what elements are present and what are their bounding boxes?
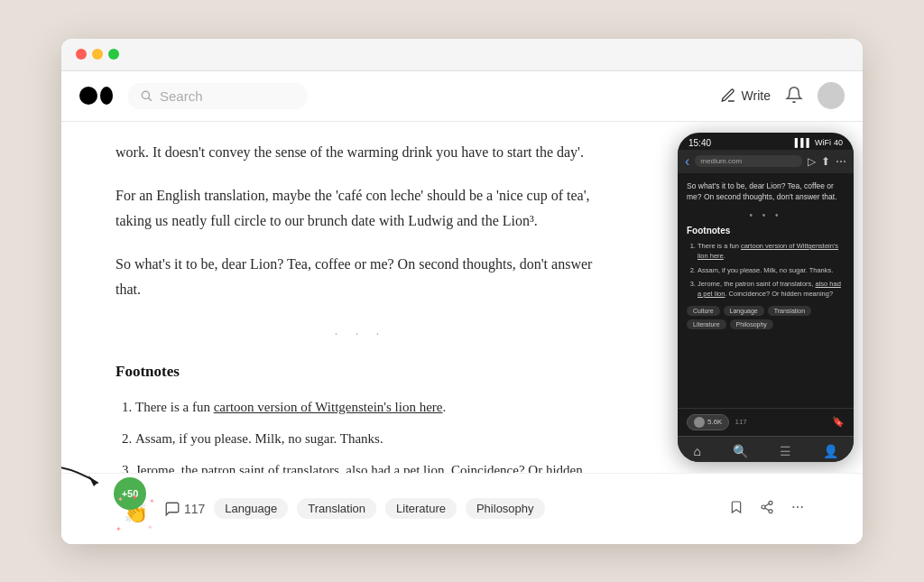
separator: . . . xyxy=(116,320,605,342)
tag-language[interactable]: Language xyxy=(214,498,288,519)
comment-icon xyxy=(164,501,180,517)
footnote-1-link[interactable]: cartoon version of Wittgenstein's lion h… xyxy=(214,400,443,414)
phone-comment-count: 117 xyxy=(735,418,746,426)
phone-clap-count-text: 5.6K xyxy=(707,418,722,426)
phone-paragraph: So what's it to be, dear Lion? Tea, coff… xyxy=(687,180,845,204)
write-button[interactable]: Write xyxy=(720,88,771,104)
notifications-button[interactable] xyxy=(785,86,803,106)
traffic-light-green[interactable] xyxy=(108,49,119,60)
phone-status-icons: ▌▌▌ WiFi 40 xyxy=(795,138,843,147)
phone-mockup: 15:40 ▌▌▌ WiFi 40 ‹ medium.com ▷ ⬆ ⋯ xyxy=(678,133,854,462)
bell-icon xyxy=(785,86,803,104)
article-paragraph-1: work. It doesn't convey the sense of the… xyxy=(116,140,605,165)
article-paragraph-2: For an English translation, maybe the 'c… xyxy=(116,183,605,234)
svg-point-0 xyxy=(142,91,149,98)
svg-point-8 xyxy=(792,506,794,508)
write-label: Write xyxy=(742,88,771,103)
phone-wifi-icon: WiFi xyxy=(815,138,831,147)
phone-footnote-3: Jerome, the patron saint of translators,… xyxy=(698,279,845,300)
browser-bar xyxy=(61,39,863,71)
phone-avatar-small xyxy=(694,417,705,428)
phone-nav-home-icon[interactable]: ⌂ xyxy=(693,444,700,458)
more-icon xyxy=(790,500,805,514)
phone-bottom-bar: 5.6K 117 🔖 xyxy=(678,408,854,436)
tag-translation[interactable]: Translation xyxy=(297,498,376,519)
phone-time: 15:40 xyxy=(688,138,711,148)
phone-tag-language[interactable]: Language xyxy=(724,306,764,316)
phone-browser-icons: ▷ ⬆ ⋯ xyxy=(808,155,846,168)
phone-battery-text: 40 xyxy=(834,138,843,147)
sp5: ✦ xyxy=(117,495,124,503)
avatar[interactable] xyxy=(818,82,845,109)
logo-oval xyxy=(100,87,113,105)
phone-more-icon[interactable]: ⋯ xyxy=(836,155,846,168)
svg-point-4 xyxy=(762,505,765,509)
phone-browser-bar: ‹ medium.com ▷ ⬆ ⋯ xyxy=(678,150,854,173)
clap-wrapper: +50 ✦ ✦ ✦ ✦ ✦ 👏 xyxy=(116,494,155,533)
bookmark-icon xyxy=(729,500,744,514)
phone-footnote-2: Assam, if you please. Milk, no sugar. Th… xyxy=(698,265,845,275)
phone-back-icon[interactable]: ‹ xyxy=(685,153,689,170)
phone-footnote-1-link[interactable]: cartoon version of Wittgenstein's lion h… xyxy=(698,242,838,260)
sp4: ✦ xyxy=(147,523,153,531)
article-paragraph-3: So what's it to be, dear Lion? Tea, coff… xyxy=(116,252,605,302)
traffic-light-yellow[interactable] xyxy=(92,49,103,60)
phone-nav-bookmark-icon[interactable]: ☰ xyxy=(780,444,791,458)
phone-tag-translation[interactable]: Translation xyxy=(768,306,811,316)
clap-count-badge: +50 xyxy=(114,477,146,510)
bookmark-button[interactable] xyxy=(725,496,747,522)
article-content: work. It doesn't convey the sense of the… xyxy=(61,122,678,473)
svg-line-7 xyxy=(765,503,770,506)
search-placeholder: Search xyxy=(160,88,203,104)
medium-logo[interactable] xyxy=(79,87,113,105)
phone-share-icon[interactable]: ⬆ xyxy=(821,155,830,168)
sp1: ✦ xyxy=(132,494,138,502)
tag-philosophy[interactable]: Philosophy xyxy=(466,498,545,519)
footnote-3: Jerome, the patron saint of translators,… xyxy=(135,459,605,473)
phone-footnote-1: There is a fun cartoon version of Wittge… xyxy=(698,241,845,262)
phone-footnote-list: There is a fun cartoon version of Wittge… xyxy=(687,241,845,299)
write-icon xyxy=(720,88,736,104)
phone-tag-philosophy[interactable]: Philosophy xyxy=(730,319,773,329)
phone-footnote-3-link[interactable]: also had a pet lion xyxy=(698,280,841,298)
header-right: Write xyxy=(720,82,845,109)
phone-tags: Culture Language Translation Literature … xyxy=(687,306,845,329)
phone-tag-culture[interactable]: Culture xyxy=(687,306,720,316)
tag-literature[interactable]: Literature xyxy=(385,498,457,519)
phone-tag-literature[interactable]: Literature xyxy=(687,319,726,329)
svg-point-10 xyxy=(801,506,803,508)
share-button[interactable] xyxy=(756,496,778,522)
search-bar[interactable]: Search xyxy=(127,83,308,109)
comment-count: 117 xyxy=(184,502,205,516)
more-button[interactable] xyxy=(787,496,808,522)
svg-point-3 xyxy=(769,501,772,504)
svg-marker-2 xyxy=(88,476,97,486)
svg-point-5 xyxy=(769,509,772,513)
phone-bookmark-icon[interactable]: 🔖 xyxy=(832,416,845,428)
phone-comment-count-val: 117 xyxy=(735,418,746,426)
footnote-1: There is a fun cartoon version of Wittge… xyxy=(135,396,605,419)
content-area: work. It doesn't convey the sense of the… xyxy=(61,122,863,473)
footnotes-title: Footnotes xyxy=(116,359,605,385)
phone-clap-count-chip[interactable]: 5.6K xyxy=(687,414,729,430)
phone-dots: • • • xyxy=(687,210,845,220)
traffic-light-red[interactable] xyxy=(76,49,87,60)
footnote-3-link[interactable]: also had a pet lion xyxy=(346,463,444,473)
footnote-list: There is a fun cartoon version of Wittge… xyxy=(116,396,605,472)
phone-nav-profile-icon[interactable]: 👤 xyxy=(823,444,838,458)
sp3: ✦ xyxy=(116,525,122,533)
medium-header: Search Write xyxy=(61,71,863,122)
phone-nav-bar: ⌂ 🔍 ☰ 👤 xyxy=(678,436,854,462)
comment-button[interactable]: 117 xyxy=(164,501,205,517)
phone-nav-search-icon[interactable]: 🔍 xyxy=(733,444,748,458)
phone-article-content: So what's it to be, dear Lion? Tea, coff… xyxy=(678,173,854,408)
traffic-lights xyxy=(76,49,119,60)
footnote-2: Assam, if you please. Milk, no sugar. Th… xyxy=(135,428,605,450)
actions-row: +50 ✦ ✦ ✦ ✦ ✦ 👏 117 Language Translation… xyxy=(61,473,863,544)
sp2: ✦ xyxy=(149,497,155,505)
phone-status-bar: 15:40 ▌▌▌ WiFi 40 xyxy=(678,133,854,150)
svg-line-1 xyxy=(149,98,152,101)
svg-line-6 xyxy=(765,508,770,511)
share-icon xyxy=(760,500,774,514)
phone-reload-icon[interactable]: ▷ xyxy=(808,155,816,168)
